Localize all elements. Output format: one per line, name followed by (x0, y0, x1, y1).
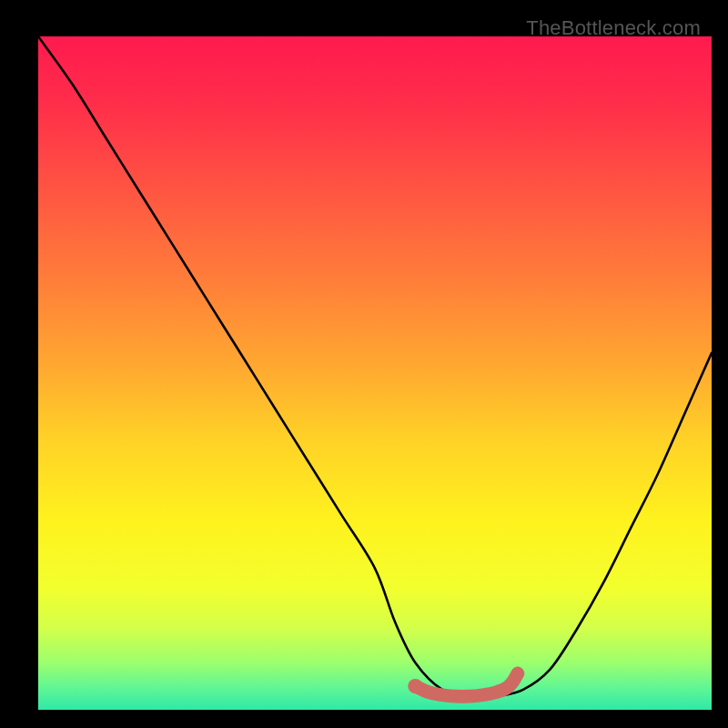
chart-frame: TheBottleneck.com (11, 11, 717, 717)
plot-area (38, 36, 712, 710)
watermark-text: TheBottleneck.com (526, 16, 701, 40)
optimal-range-marker (415, 673, 517, 696)
chart-svg (38, 36, 712, 710)
bottleneck-curve (38, 36, 712, 697)
optimal-start-dot (408, 679, 422, 693)
